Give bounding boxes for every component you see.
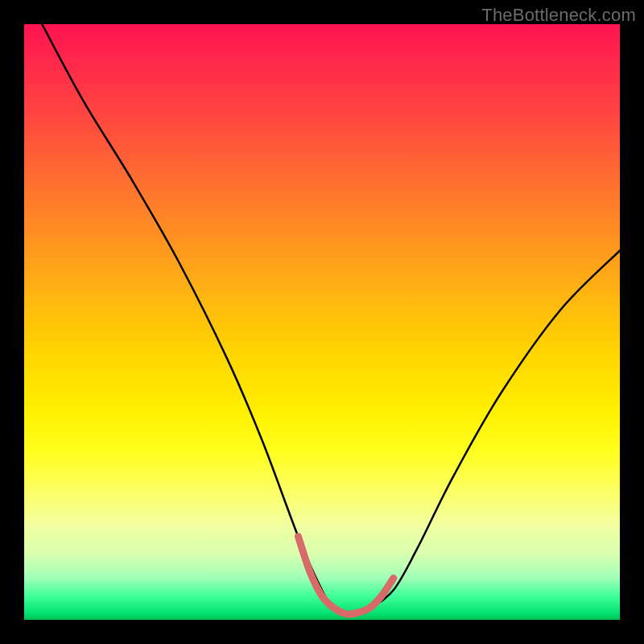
plot-area (24, 24, 620, 620)
watermark-text: TheBottleneck.com (481, 5, 636, 26)
curve-layer (24, 24, 620, 620)
sweet-spot-path (298, 536, 393, 614)
bottleneck-curve-path (42, 24, 620, 614)
chart-frame: TheBottleneck.com (0, 0, 644, 644)
